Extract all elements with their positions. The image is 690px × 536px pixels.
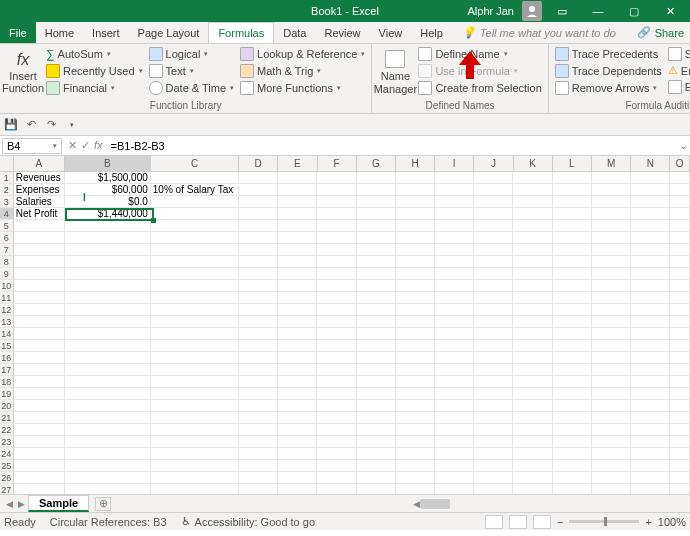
cancel-formula-icon[interactable]: ✕ xyxy=(68,139,77,152)
cell-B26[interactable] xyxy=(65,472,151,484)
cell-C22[interactable] xyxy=(151,424,239,436)
insert-function-button[interactable]: fxInsert Function xyxy=(4,46,42,99)
cell-E8[interactable] xyxy=(278,256,317,268)
cell-M15[interactable] xyxy=(592,340,631,352)
cell-H17[interactable] xyxy=(396,364,435,376)
cell-A21[interactable] xyxy=(14,412,65,424)
horizontal-scrollbar[interactable]: ◀ xyxy=(413,499,690,509)
cell-M13[interactable] xyxy=(592,316,631,328)
new-sheet-button[interactable]: ⊕ xyxy=(95,497,111,511)
cell-D21[interactable] xyxy=(239,412,278,424)
view-normal-button[interactable] xyxy=(485,515,503,529)
cell-O16[interactable] xyxy=(670,352,690,364)
cell-G16[interactable] xyxy=(357,352,396,364)
cell-D24[interactable] xyxy=(239,448,278,460)
cell-K19[interactable] xyxy=(513,388,552,400)
cell-G6[interactable] xyxy=(357,232,396,244)
cell-K22[interactable] xyxy=(513,424,552,436)
cell-G1[interactable] xyxy=(357,172,396,184)
cell-J27[interactable] xyxy=(474,484,513,494)
cell-O23[interactable] xyxy=(670,436,690,448)
cell-A25[interactable] xyxy=(14,460,65,472)
row-header-8[interactable]: 8 xyxy=(0,256,14,268)
cell-E24[interactable] xyxy=(278,448,317,460)
cell-B15[interactable] xyxy=(65,340,151,352)
cell-M16[interactable] xyxy=(592,352,631,364)
cell-D17[interactable] xyxy=(239,364,278,376)
cell-B23[interactable] xyxy=(65,436,151,448)
cell-I20[interactable] xyxy=(435,400,474,412)
row-header-10[interactable]: 10 xyxy=(0,280,14,292)
cell-L21[interactable] xyxy=(553,412,592,424)
cell-L8[interactable] xyxy=(553,256,592,268)
cell-K2[interactable] xyxy=(513,184,552,196)
cell-A5[interactable] xyxy=(14,220,65,232)
cell-F18[interactable] xyxy=(317,376,356,388)
cell-A27[interactable] xyxy=(14,484,65,494)
cell-B7[interactable] xyxy=(65,244,151,256)
cell-A10[interactable] xyxy=(14,280,65,292)
name-manager-button[interactable]: Name Manager xyxy=(376,46,414,99)
cell-F3[interactable] xyxy=(317,196,356,208)
cell-G10[interactable] xyxy=(357,280,396,292)
cell-J3[interactable] xyxy=(474,196,513,208)
text-button[interactable]: Text▾ xyxy=(147,63,237,79)
cell-L24[interactable] xyxy=(553,448,592,460)
cell-E14[interactable] xyxy=(278,328,317,340)
row-header-26[interactable]: 26 xyxy=(0,472,14,484)
tab-review[interactable]: Review xyxy=(315,22,369,43)
tab-file[interactable]: File xyxy=(0,22,36,43)
cell-C2[interactable]: 10% of Salary Tax xyxy=(151,184,239,196)
cell-K18[interactable] xyxy=(513,376,552,388)
cell-L14[interactable] xyxy=(553,328,592,340)
cell-I3[interactable] xyxy=(435,196,474,208)
cell-M5[interactable] xyxy=(592,220,631,232)
cell-G8[interactable] xyxy=(357,256,396,268)
cell-E7[interactable] xyxy=(278,244,317,256)
cell-J21[interactable] xyxy=(474,412,513,424)
cell-N1[interactable] xyxy=(631,172,670,184)
row-header-27[interactable]: 27 xyxy=(0,484,14,494)
cell-H22[interactable] xyxy=(396,424,435,436)
col-header-F[interactable]: F xyxy=(318,156,357,171)
math-trig-button[interactable]: Math & Trig▾ xyxy=(238,63,367,79)
cell-L25[interactable] xyxy=(553,460,592,472)
cell-M24[interactable] xyxy=(592,448,631,460)
cell-H23[interactable] xyxy=(396,436,435,448)
cell-L10[interactable] xyxy=(553,280,592,292)
cell-O26[interactable] xyxy=(670,472,690,484)
fill-handle[interactable] xyxy=(151,218,156,223)
cell-G15[interactable] xyxy=(357,340,396,352)
cell-H24[interactable] xyxy=(396,448,435,460)
cell-L16[interactable] xyxy=(553,352,592,364)
cell-H19[interactable] xyxy=(396,388,435,400)
cell-H13[interactable] xyxy=(396,316,435,328)
cell-O10[interactable] xyxy=(670,280,690,292)
cell-K6[interactable] xyxy=(513,232,552,244)
cell-M20[interactable] xyxy=(592,400,631,412)
cell-J1[interactable] xyxy=(474,172,513,184)
cell-G2[interactable] xyxy=(357,184,396,196)
cell-B24[interactable] xyxy=(65,448,151,460)
cell-G5[interactable] xyxy=(357,220,396,232)
cell-E15[interactable] xyxy=(278,340,317,352)
cell-F7[interactable] xyxy=(317,244,356,256)
cell-N13[interactable] xyxy=(631,316,670,328)
cell-G26[interactable] xyxy=(357,472,396,484)
cell-I9[interactable] xyxy=(435,268,474,280)
cell-B11[interactable] xyxy=(65,292,151,304)
zoom-out-button[interactable]: − xyxy=(557,516,563,528)
row-header-2[interactable]: 2 xyxy=(0,184,14,196)
cell-O19[interactable] xyxy=(670,388,690,400)
cell-B20[interactable] xyxy=(65,400,151,412)
cell-O25[interactable] xyxy=(670,460,690,472)
cell-K10[interactable] xyxy=(513,280,552,292)
cell-A13[interactable] xyxy=(14,316,65,328)
cell-J11[interactable] xyxy=(474,292,513,304)
cell-F2[interactable] xyxy=(317,184,356,196)
sheet-tab-sample[interactable]: Sample xyxy=(28,495,89,512)
cell-H7[interactable] xyxy=(396,244,435,256)
row-header-7[interactable]: 7 xyxy=(0,244,14,256)
cell-C25[interactable] xyxy=(151,460,239,472)
cell-M17[interactable] xyxy=(592,364,631,376)
